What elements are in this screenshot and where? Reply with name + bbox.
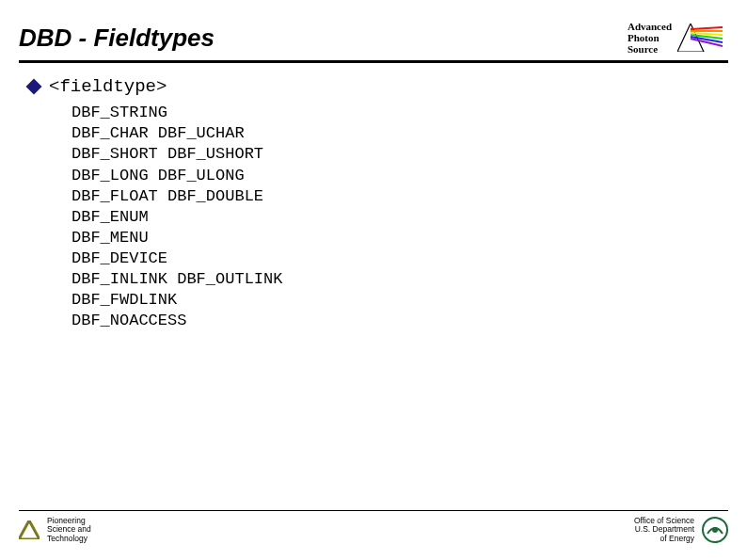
code-line: DBF_DEVICE bbox=[72, 248, 728, 269]
title-row: DBD - Fieldtypes Advanced Photon Source bbox=[0, 0, 747, 55]
code-line: DBF_FWDLINK bbox=[72, 290, 728, 311]
footer-left-text: Pioneering Science and Technology bbox=[47, 517, 91, 543]
aps-logo-line2: Photon bbox=[628, 32, 672, 43]
aps-logo-line1: Advanced bbox=[628, 21, 672, 32]
footer-row: Pioneering Science and Technology Office… bbox=[19, 517, 728, 543]
code-line: DBF_STRING bbox=[72, 103, 728, 123]
bullet-row: <fieldtype> bbox=[28, 76, 728, 97]
aps-logo-line3: Source bbox=[628, 43, 672, 55]
content: <fieldtype> DBF_STRING DBF_CHAR DBF_UCHA… bbox=[0, 63, 747, 331]
footer-right-text: Office of Science U.S. Department of Ene… bbox=[634, 517, 694, 543]
code-line: DBF_FLOAT DBF_DOUBLE bbox=[72, 186, 728, 207]
footer-right: Office of Science U.S. Department of Ene… bbox=[634, 517, 728, 543]
bullet-text: <fieldtype> bbox=[49, 76, 167, 97]
code-line: DBF_MENU bbox=[72, 228, 728, 248]
footer: Pioneering Science and Technology Office… bbox=[19, 510, 728, 543]
doe-seal-icon bbox=[702, 517, 728, 543]
svg-point-3 bbox=[712, 527, 718, 533]
slide-title: DBD - Fieldtypes bbox=[19, 24, 215, 53]
code-line: DBF_NOACCESS bbox=[72, 311, 728, 331]
code-line: DBF_LONG DBF_ULONG bbox=[72, 166, 728, 186]
footer-left-line3: Technology bbox=[47, 535, 91, 543]
prism-icon bbox=[677, 24, 723, 52]
code-list: DBF_STRING DBF_CHAR DBF_UCHAR DBF_SHORT … bbox=[28, 103, 728, 331]
aps-logo: Advanced Photon Source bbox=[628, 21, 723, 55]
divider-bottom bbox=[19, 510, 728, 511]
code-line: DBF_ENUM bbox=[72, 207, 728, 228]
footer-left: Pioneering Science and Technology bbox=[19, 517, 91, 543]
diamond-bullet-icon bbox=[26, 79, 42, 95]
argonne-triangle-icon bbox=[19, 520, 40, 539]
code-line: DBF_INLINK DBF_OUTLINK bbox=[72, 269, 728, 290]
slide: { "header": { "title": "DBD - Fieldtypes… bbox=[0, 0, 747, 560]
footer-right-line3: of Energy bbox=[634, 535, 694, 543]
aps-logo-text: Advanced Photon Source bbox=[628, 21, 672, 55]
code-line: DBF_SHORT DBF_USHORT bbox=[72, 144, 728, 165]
svg-marker-1 bbox=[19, 520, 40, 539]
code-line: DBF_CHAR DBF_UCHAR bbox=[72, 123, 728, 144]
